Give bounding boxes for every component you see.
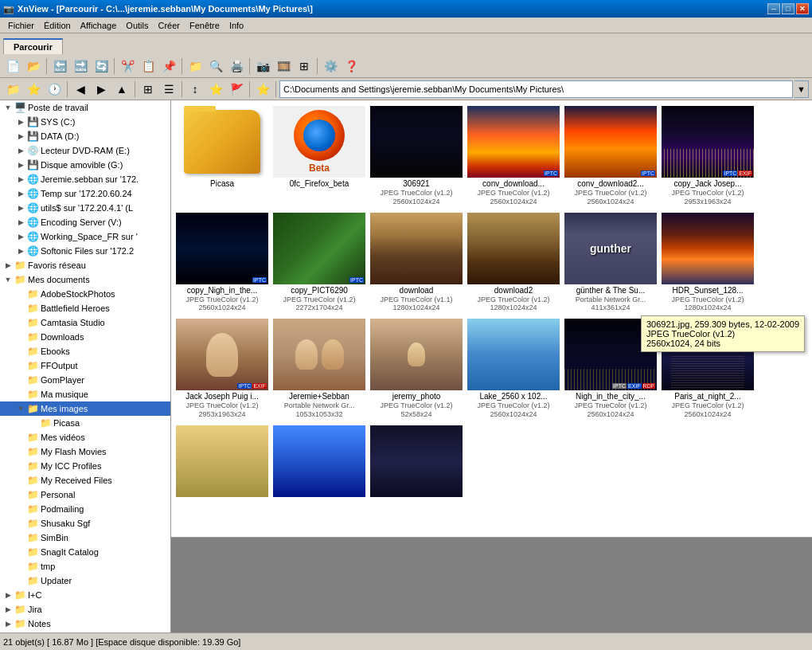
tb-new-button[interactable]: 📄 xyxy=(3,57,22,76)
tree-item-simbin[interactable]: ▶ 📁 SimBin xyxy=(0,531,170,545)
tb-grid-button[interactable]: ⊞ xyxy=(295,57,314,76)
tree-item-personal[interactable]: ▶ 📁 Personal xyxy=(0,487,170,502)
menu-affichage[interactable]: Affichage xyxy=(76,19,122,32)
tb-copy-button[interactable]: 📋 xyxy=(139,57,158,76)
tree-item-shusaku[interactable]: ▶ 📁 Shusaku Sgf xyxy=(0,516,170,531)
menu-outils[interactable]: Outils xyxy=(121,19,153,32)
tree-item-picasa[interactable]: ▶ 📁 Picasa xyxy=(0,416,170,430)
tb-film-button[interactable]: 🎞️ xyxy=(274,57,293,76)
close-button[interactable]: ✕ xyxy=(796,3,809,14)
tb-print-button[interactable]: 🖨️ xyxy=(227,57,246,76)
tree-item-dvd[interactable]: ▶ 💿 Lecteur DVD-RAM (E:) xyxy=(0,143,170,158)
nav-view2[interactable]: ☰ xyxy=(159,80,178,99)
thumb-firefox[interactable]: Beta 0fc_Firefox_beta xyxy=(271,104,367,209)
thumb-gunther[interactable]: gunther günther & The Su... Portable Net… xyxy=(563,210,658,315)
tb-open-button[interactable]: 📂 xyxy=(24,57,43,76)
tree-item-ipc[interactable]: ▶ 📁 I+C xyxy=(0,588,170,602)
thumb-partial3[interactable] xyxy=(369,423,464,501)
tb-paste-button[interactable]: 📌 xyxy=(159,57,178,76)
tree-item-net3[interactable]: ▶ 🌐 utils$ sur '172.20.4.1' (L xyxy=(0,201,170,215)
expand-icon-notes[interactable]: ▶ xyxy=(2,617,14,630)
tree-item-snagit[interactable]: ▶ 📁 SnagIt Catalog xyxy=(0,545,170,559)
expand-icon-mesimages[interactable]: ▼ xyxy=(14,402,27,415)
thumb-download[interactable]: download JPEG TrueColor (v1.1) 1280x1024… xyxy=(369,210,464,315)
tb-cut-button[interactable]: ✂️ xyxy=(118,57,137,76)
tree-item-camtasia[interactable]: ▶ 📁 Camtasia Studio xyxy=(0,315,170,330)
expand-icon-mesdocs[interactable]: ▼ xyxy=(2,273,14,286)
expand-icon-net4[interactable]: ▶ xyxy=(14,216,27,229)
menu-info[interactable]: Info xyxy=(224,19,248,32)
tree-item-sysc[interactable]: ▶ 💾 SYS (C:) xyxy=(0,115,170,129)
nav-star[interactable]: ⭐ xyxy=(253,80,272,99)
tree-item-iccprofiles[interactable]: ▶ 📁 My ICC Profiles xyxy=(0,459,170,473)
nav-sort[interactable]: ↕ xyxy=(185,80,205,99)
tb-back-button[interactable]: 🔙 xyxy=(50,57,69,76)
thumb-convdownload[interactable]: IPTC conv_download... JPEG TrueColor (v1… xyxy=(466,104,561,209)
thumb-convdownload2[interactable]: IPTC conv_download2... JPEG TrueColor (v… xyxy=(563,104,658,209)
tree-item-mamusique[interactable]: ▶ 📁 Ma musique xyxy=(0,387,170,401)
thumb-partial1[interactable] xyxy=(174,423,270,501)
maximize-button[interactable]: □ xyxy=(782,3,794,14)
thumb-download2[interactable]: download2 JPEG TrueColor (v1.2) 1280x102… xyxy=(466,210,561,315)
tree-item-downloads[interactable]: ▶ 📁 Downloads xyxy=(0,330,170,344)
tree-item-mesdocs[interactable]: ▼ 📁 Mes documents xyxy=(0,272,170,287)
tb-camera-button[interactable]: 📷 xyxy=(253,57,272,76)
nav-filter[interactable]: ⭐ xyxy=(206,80,225,99)
nav-favorites[interactable]: ⭐ xyxy=(24,80,43,99)
tree-item-net2[interactable]: ▶ 🌐 Temp sur '172.20.60.24 xyxy=(0,186,170,201)
minimize-button[interactable]: ─ xyxy=(767,3,780,14)
tree-item-receivedfiles[interactable]: ▶ 📁 My Received Files xyxy=(0,473,170,487)
thumb-copyjack[interactable]: IPTC EXIF copy_Jack Josep... JPEG TrueCo… xyxy=(660,104,755,209)
nav-up[interactable]: ▲ xyxy=(112,80,131,99)
thumb-jeremiesebban[interactable]: Jeremie+Sebban Portable Network Gr... 10… xyxy=(271,316,367,421)
tb-search-button[interactable]: 🔍 xyxy=(206,57,225,76)
nav-history[interactable]: 🕐 xyxy=(45,80,64,99)
tab-parcourir[interactable]: Parcourir xyxy=(3,38,63,54)
thumb-copynigh[interactable]: IPTC copy_Nigh_in_the... JPEG TrueColor … xyxy=(174,210,270,315)
tree-item-ebooks[interactable]: ▶ 📁 Ebooks xyxy=(0,344,170,358)
menu-edition[interactable]: Édition xyxy=(39,19,76,32)
thumb-copypict[interactable]: IPTC copy_PICT6290 JPEG TrueColor (v1.2)… xyxy=(271,210,367,315)
tree-item-datad[interactable]: ▶ 💾 DATA (D:) xyxy=(0,129,170,143)
expand-icon-ipc[interactable]: ▶ xyxy=(2,589,14,601)
tree-item-mesvideos[interactable]: ▶ 📁 Mes vidéos xyxy=(0,430,170,444)
thumb-picasa[interactable]: Picasa xyxy=(174,104,270,209)
thumb-lake[interactable]: Lake_2560 x 102... JPEG TrueColor (v1.2)… xyxy=(466,316,561,421)
address-bar-input[interactable] xyxy=(279,80,793,98)
expand-icon-dvd[interactable]: ▶ xyxy=(14,144,27,157)
tree-item-net1[interactable]: ▶ 🌐 Jeremie.sebban sur '172. xyxy=(0,172,170,186)
expand-icon-net2[interactable]: ▶ xyxy=(14,187,27,200)
tree-item-gomplayer[interactable]: ▶ 📁 GomPlayer xyxy=(0,373,170,387)
tb-forward-button[interactable]: 🔜 xyxy=(71,57,90,76)
nav-view1[interactable]: ⊞ xyxy=(139,80,158,99)
tb-help-button[interactable]: ❓ xyxy=(342,57,361,76)
expand-icon-jira[interactable]: ▶ xyxy=(2,603,14,616)
tree-item-poste[interactable]: ▼ 🖥️ Poste de travail xyxy=(0,100,170,115)
expand-icon-favoris[interactable]: ▶ xyxy=(2,259,14,272)
tree-item-updater[interactable]: ▶ 📁 Updater xyxy=(0,574,170,588)
thumb-partial2[interactable] xyxy=(271,423,367,501)
tree-item-net6[interactable]: ▶ 🌐 Softonic Files sur '172.2 xyxy=(0,244,170,258)
tree-item-net5[interactable]: ▶ 🌐 Working_Space_FR sur ' xyxy=(0,229,170,244)
thumb-jackpuig[interactable]: IPTC EXIF Jack Joseph Puig i... JPEG Tru… xyxy=(174,316,270,421)
expand-icon-datad[interactable]: ▶ xyxy=(14,130,27,143)
expand-icon-net3[interactable]: ▶ xyxy=(14,202,27,214)
thumb-hdr[interactable]: HDR_Sunset_128... JPEG TrueColor (v1.2) … xyxy=(660,210,755,315)
tb-settings-button[interactable]: ⚙️ xyxy=(321,57,340,76)
tree-item-tmp[interactable]: ▶ 📁 tmp xyxy=(0,559,170,574)
tb-refresh-button[interactable]: 🔄 xyxy=(92,57,111,76)
tree-item-jira[interactable]: ▶ 📁 Jira xyxy=(0,602,170,617)
tree-item-ffoutput[interactable]: ▶ 📁 FFOutput xyxy=(0,358,170,373)
thumb-jeremyphoto[interactable]: jeremy_photo JPEG TrueColor (v1.2) 52x58… xyxy=(369,316,464,421)
tree-item-favoris[interactable]: ▶ 📁 Favoris réseau xyxy=(0,258,170,272)
tree-item-net4[interactable]: ▶ 🌐 Encoding Server (V:) xyxy=(0,215,170,229)
nav-flag[interactable]: 🚩 xyxy=(227,80,246,99)
tree-item-podmailing[interactable]: ▶ 📁 Podmailing xyxy=(0,502,170,516)
tree-item-notes[interactable]: ▶ 📁 Notes xyxy=(0,617,170,631)
expand-icon-poste[interactable]: ▼ xyxy=(2,101,14,114)
address-dropdown[interactable]: ▼ xyxy=(794,80,809,98)
expand-icon-sysc[interactable]: ▶ xyxy=(14,116,27,128)
thumb-306921[interactable]: 306921 JPEG TrueColor (v1.2) 2560x1024x2… xyxy=(369,104,464,209)
nav-back[interactable]: ◀ xyxy=(71,80,90,99)
tree-item-bf[interactable]: ▶ 📁 Battlefield Heroes xyxy=(0,301,170,315)
